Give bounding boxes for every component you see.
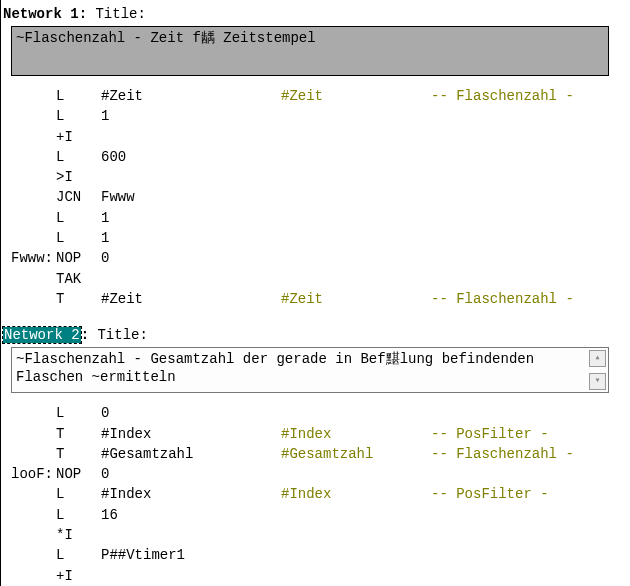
instruction: >I <box>56 167 101 187</box>
code-line[interactable]: L16 <box>11 505 609 525</box>
code-line[interactable]: +I <box>11 566 609 586</box>
instruction: NOP <box>56 464 101 484</box>
line-label <box>11 187 56 207</box>
symbol <box>281 525 431 545</box>
line-label: looF: <box>11 464 56 484</box>
comment <box>431 248 630 268</box>
symbol: #Zeit <box>281 86 431 106</box>
line-label <box>11 127 56 147</box>
code-line[interactable]: TAK <box>11 269 609 289</box>
code-line[interactable]: *I <box>11 525 609 545</box>
operand: #Gesamtzahl <box>101 444 281 464</box>
instruction: L <box>56 505 101 525</box>
network1-header: Network 1: Title: <box>1 6 619 22</box>
symbol: #Gesamtzahl <box>281 444 431 464</box>
operand <box>101 167 281 187</box>
operand <box>101 525 281 545</box>
operand <box>101 269 281 289</box>
code-line[interactable]: L1 <box>11 208 609 228</box>
comment <box>431 566 630 586</box>
network1-title-word: Title: <box>95 6 145 22</box>
code-line[interactable]: T#Gesamtzahl#Gesamtzahl-- Flaschenzahl - <box>11 444 609 464</box>
comment <box>431 106 630 126</box>
comment <box>431 464 630 484</box>
line-label <box>11 289 56 309</box>
instruction: NOP <box>56 248 101 268</box>
network1-label[interactable]: Network 1 <box>3 6 79 22</box>
instruction: L <box>56 208 101 228</box>
network2-title-box[interactable]: ~Flaschenzahl - Gesamtzahl der gerade in… <box>11 347 609 393</box>
comment <box>431 187 630 207</box>
line-label <box>11 167 56 187</box>
line-label <box>11 444 56 464</box>
comment <box>431 269 630 289</box>
operand: 600 <box>101 147 281 167</box>
operand: 1 <box>101 208 281 228</box>
symbol <box>281 127 431 147</box>
symbol <box>281 505 431 525</box>
operand: 0 <box>101 464 281 484</box>
code-line[interactable]: L0 <box>11 403 609 423</box>
comment <box>431 208 630 228</box>
network2-code[interactable]: L0T#Index#Index-- PosFilter -T#Gesamtzah… <box>1 403 619 586</box>
comment: -- Flaschenzahl - <box>431 289 630 309</box>
instruction: TAK <box>56 269 101 289</box>
network1-title-text: ~Flaschenzahl - Zeit f龋 Zeitstempel <box>16 30 316 46</box>
network1-title-box[interactable]: ~Flaschenzahl - Zeit f龋 Zeitstempel <box>11 26 609 76</box>
code-line[interactable]: >I <box>11 167 609 187</box>
symbol <box>281 545 431 565</box>
editor-page: Network 1: Title: ~Flaschenzahl - Zeit f… <box>0 0 619 586</box>
symbol <box>281 566 431 586</box>
network2-label[interactable]: Network 2 <box>3 327 81 343</box>
code-line[interactable]: T#Zeit#Zeit-- Flaschenzahl - <box>11 289 609 309</box>
network2-title-text: ~Flaschenzahl - Gesamtzahl der gerade in… <box>16 351 534 385</box>
instruction: L <box>56 228 101 248</box>
comment: -- Flaschenzahl - <box>431 86 630 106</box>
code-line[interactable]: +I <box>11 127 609 147</box>
comment <box>431 403 630 423</box>
symbol <box>281 187 431 207</box>
network1-code[interactable]: L#Zeit#Zeit-- Flaschenzahl -L1+IL600>IJC… <box>1 86 619 325</box>
title-scroll-up-icon[interactable]: ▴ <box>589 350 606 367</box>
line-label <box>11 545 56 565</box>
symbol: #Index <box>281 484 431 504</box>
operand <box>101 127 281 147</box>
operand: 1 <box>101 106 281 126</box>
line-label <box>11 525 56 545</box>
code-line[interactable]: looF:NOP0 <box>11 464 609 484</box>
operand: 0 <box>101 403 281 423</box>
symbol <box>281 228 431 248</box>
symbol <box>281 269 431 289</box>
code-line[interactable]: L#Zeit#Zeit-- Flaschenzahl - <box>11 86 609 106</box>
comment: -- PosFilter - <box>431 424 630 444</box>
operand: #Index <box>101 424 281 444</box>
comment <box>431 228 630 248</box>
operand: 16 <box>101 505 281 525</box>
code-line[interactable]: T#Index#Index-- PosFilter - <box>11 424 609 444</box>
code-line[interactable]: L1 <box>11 228 609 248</box>
code-line[interactable]: JCNFwww <box>11 187 609 207</box>
comment <box>431 127 630 147</box>
code-line[interactable]: Fwww:NOP0 <box>11 248 609 268</box>
instruction: T <box>56 444 101 464</box>
network2-header: Network 2: Title: <box>1 327 619 343</box>
line-label <box>11 484 56 504</box>
title-scroll-down-icon[interactable]: ▾ <box>589 373 606 390</box>
operand: 1 <box>101 228 281 248</box>
operand: P##Vtimer1 <box>101 545 281 565</box>
comment <box>431 505 630 525</box>
comment <box>431 545 630 565</box>
operand: 0 <box>101 248 281 268</box>
operand: #Zeit <box>101 289 281 309</box>
code-line[interactable]: L600 <box>11 147 609 167</box>
code-line[interactable]: L#Index#Index-- PosFilter - <box>11 484 609 504</box>
line-label <box>11 505 56 525</box>
instruction: T <box>56 289 101 309</box>
code-line[interactable]: L1 <box>11 106 609 126</box>
comment: -- Flaschenzahl - <box>431 444 630 464</box>
instruction: L <box>56 147 101 167</box>
instruction: JCN <box>56 187 101 207</box>
code-line[interactable]: LP##Vtimer1 <box>11 545 609 565</box>
line-label <box>11 228 56 248</box>
operand: #Index <box>101 484 281 504</box>
